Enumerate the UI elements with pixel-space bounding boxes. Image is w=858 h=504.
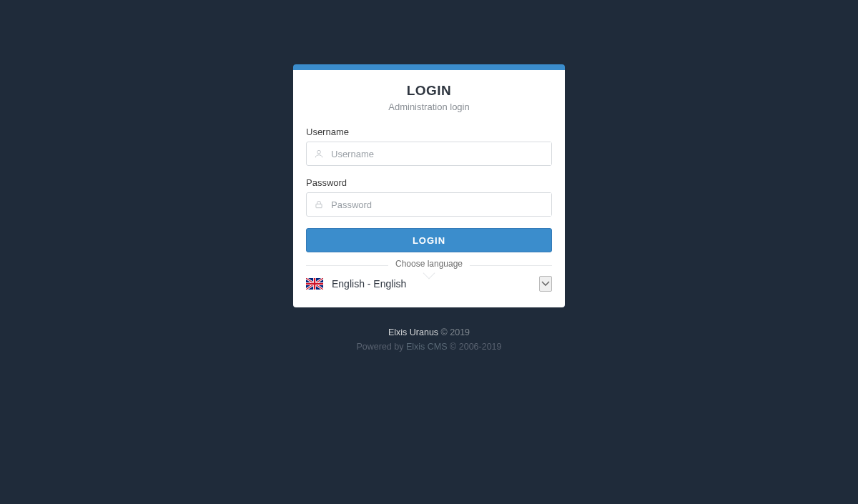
language-dropdown[interactable] (539, 276, 552, 292)
password-label: Password (306, 177, 552, 188)
svg-point-0 (317, 150, 321, 154)
footer-powered-prefix: Powered by (356, 342, 405, 352)
username-label: Username (306, 127, 552, 137)
panel-header: LOGIN Administration login (306, 83, 552, 112)
uk-flag-icon (306, 278, 323, 290)
login-panel: LOGIN Administration login Username Pass… (293, 64, 565, 307)
username-input-wrap (306, 142, 552, 166)
lock-icon (307, 199, 331, 209)
user-icon (307, 149, 331, 159)
username-group: Username (306, 127, 552, 166)
footer-powered-link[interactable]: Elxis CMS (406, 342, 448, 352)
footer-brand: Elxis Uranus (388, 327, 438, 337)
login-button[interactable]: LOGIN (306, 228, 552, 252)
footer-powered-suffix: © 2006-2019 (448, 342, 502, 352)
login-subtitle: Administration login (306, 102, 552, 112)
footer-powered: Powered by Elxis CMS © 2006-2019 (356, 342, 501, 352)
language-divider: Choose language (306, 265, 552, 266)
svg-rect-6 (306, 283, 323, 285)
footer-copyright: Elxis Uranus © 2019 (356, 327, 501, 337)
selected-language: English - English (332, 278, 531, 290)
footer-year: © 2019 (438, 327, 470, 337)
password-group: Password (306, 177, 552, 217)
username-input[interactable] (331, 142, 551, 165)
svg-rect-1 (316, 204, 322, 207)
language-dropdown-wrap (539, 276, 552, 292)
footer: Elxis Uranus © 2019 Powered by Elxis CMS… (356, 327, 501, 352)
login-title: LOGIN (306, 83, 552, 99)
password-input-wrap (306, 192, 552, 217)
password-input[interactable] (331, 193, 551, 216)
